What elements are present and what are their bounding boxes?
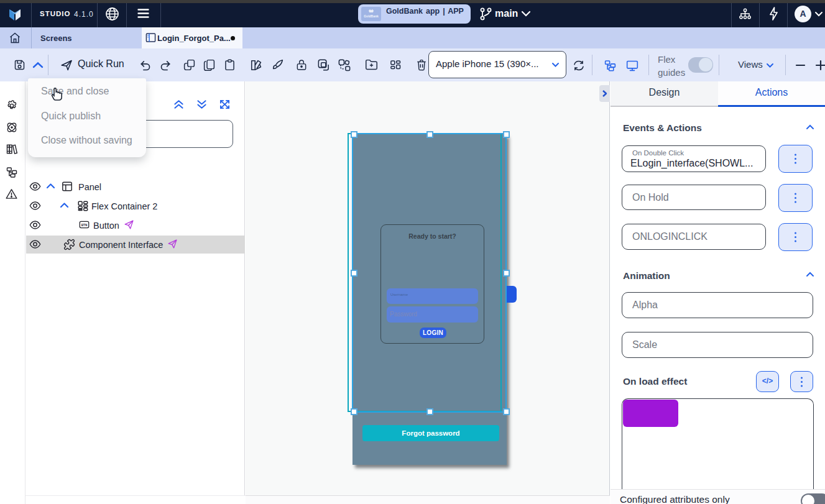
svg-text:BTN: BTN <box>81 224 87 227</box>
svg-text:GoldBank: GoldBank <box>364 14 379 18</box>
